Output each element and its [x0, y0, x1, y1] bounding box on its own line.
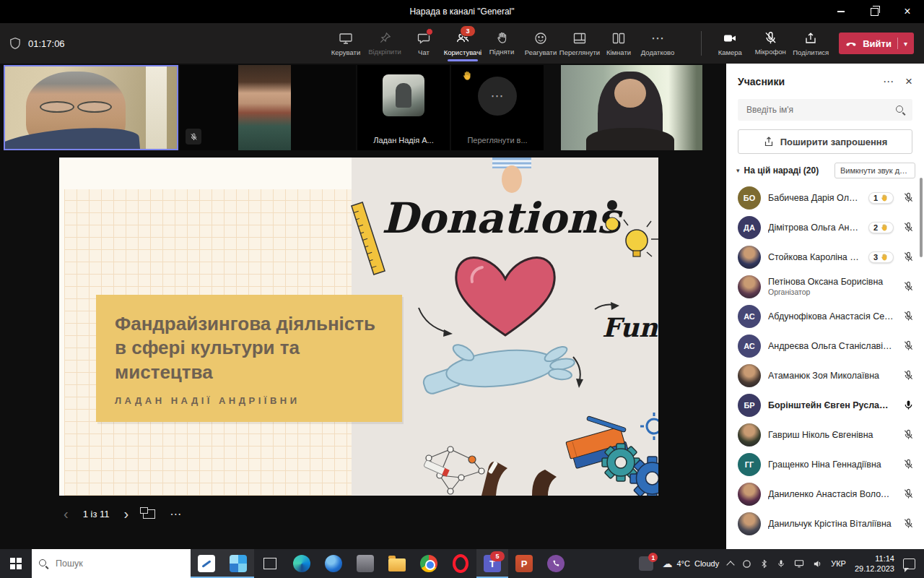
- participant-row[interactable]: БРБорінштейн Євген Руславович: [726, 390, 924, 420]
- mic-muted-icon[interactable]: [901, 518, 915, 529]
- tray-bluetooth-icon[interactable]: [756, 549, 772, 578]
- screen-icon: [339, 31, 353, 46]
- taskbar-search-input[interactable]: [54, 558, 183, 569]
- participant-row[interactable]: Данильчук Крістіна Віталіївна: [726, 509, 924, 538]
- chat-button[interactable]: Чат: [404, 23, 443, 64]
- chrome-app-icon[interactable]: [413, 549, 445, 578]
- participant-row[interactable]: Петінова Оксана БорисівнаОрганізатор: [726, 272, 924, 301]
- chevron-up-icon: [727, 561, 735, 569]
- edge-app-icon[interactable]: [286, 549, 318, 578]
- mic-muted-icon[interactable]: [901, 340, 915, 351]
- participant-search[interactable]: [738, 99, 912, 121]
- raise-hand-button[interactable]: Підняти: [482, 23, 521, 64]
- leave-button[interactable]: Вийти ▾: [839, 33, 914, 54]
- viber-app-icon[interactable]: [540, 549, 572, 578]
- restore-button[interactable]: [858, 0, 891, 23]
- tray-mic-icon[interactable]: [772, 549, 790, 578]
- panel-scrollbar[interactable]: [920, 178, 923, 257]
- tray-onedrive-icon[interactable]: [738, 549, 756, 578]
- search-input[interactable]: [745, 104, 896, 116]
- participant-avatar: [738, 483, 761, 506]
- panel-more-icon[interactable]: ⋯: [883, 75, 894, 88]
- react-button[interactable]: Реагувати: [521, 23, 560, 64]
- view-button[interactable]: Переглянути: [560, 23, 599, 64]
- language-indicator[interactable]: УКР: [827, 549, 850, 578]
- opera-app-icon[interactable]: [445, 549, 476, 578]
- mic-muted-icon[interactable]: [901, 222, 915, 233]
- action-center-button[interactable]: [899, 549, 924, 578]
- photos-app-icon[interactable]: [222, 549, 254, 578]
- tray-display-icon[interactable]: [790, 549, 808, 578]
- participant-avatar: ДА: [738, 216, 761, 239]
- minimize-button[interactable]: [824, 0, 858, 23]
- start-button[interactable]: [0, 549, 32, 578]
- slide-more-icon[interactable]: ⋯: [170, 507, 182, 521]
- camera-button[interactable]: Камера: [710, 23, 749, 64]
- participant-row[interactable]: Стойкова Кароліна Мик...3: [726, 242, 924, 272]
- participant-avatar: БР: [738, 394, 761, 417]
- clock-widget[interactable]: 11:14 29.12.2023: [850, 549, 899, 578]
- next-slide-button[interactable]: ›: [123, 506, 128, 521]
- previous-slide-button[interactable]: ‹: [64, 506, 69, 521]
- mic-muted-icon[interactable]: [901, 459, 915, 470]
- participant-row[interactable]: АСАбдунофікова Анастасія Сергіїв...: [726, 301, 924, 331]
- mute-all-button[interactable]: Вимкнути звук для ...: [834, 163, 915, 178]
- rooms-button[interactable]: Кімнати: [599, 23, 638, 64]
- video-tile-avatar[interactable]: Ладан Надія А...: [357, 65, 450, 150]
- mic-muted-icon[interactable]: [901, 281, 915, 292]
- view-more-label: Переглянути в...: [456, 136, 539, 144]
- participant-name: Петінова Оксана Борисівна: [768, 277, 894, 287]
- participant-row[interactable]: ДАДімітрова Ольга Анатол...2: [726, 212, 924, 242]
- powerpoint-app-icon[interactable]: P: [508, 549, 540, 578]
- react-label: Реагувати: [525, 48, 557, 56]
- participant-row[interactable]: АСАндреєва Ольга Станіславівна: [726, 331, 924, 361]
- section-chevron-icon[interactable]: ▾: [736, 167, 740, 174]
- teams-app-icon[interactable]: T 5: [476, 549, 508, 578]
- phone-hangup-icon: [845, 38, 857, 49]
- video-tile-active-speaker[interactable]: [4, 65, 178, 150]
- panel-close-icon[interactable]: ×: [905, 74, 912, 89]
- slide-grid-icon[interactable]: [143, 509, 155, 519]
- mic-muted-icon[interactable]: [901, 311, 915, 322]
- tools-app-icon[interactable]: [349, 549, 381, 578]
- participant-row[interactable]: БОБабичева Дарія Олекса...1: [726, 183, 924, 212]
- video-tile-overflow[interactable]: ⋯ Переглянути в...: [451, 65, 544, 150]
- video-tile-portrait[interactable]: [180, 65, 356, 150]
- participant-name: Гавриш Ніколь Євгенівна: [768, 430, 894, 440]
- mic-on-icon[interactable]: [901, 400, 915, 410]
- people-button[interactable]: 3 Користувачі: [443, 23, 482, 64]
- whiteboard-app-icon[interactable]: [191, 549, 222, 578]
- participant-row[interactable]: ГГГращенко Ніна Геннадіївна: [726, 449, 924, 479]
- mic-muted-icon[interactable]: [901, 192, 915, 203]
- hidden-icons-button[interactable]: [723, 549, 738, 578]
- mic-muted-icon[interactable]: [901, 251, 915, 262]
- tray-volume-icon[interactable]: [808, 549, 827, 578]
- more-participants-icon: ⋯: [478, 77, 517, 116]
- share-button[interactable]: Поділитися: [791, 23, 830, 64]
- tray-app-with-badge[interactable]: 1: [635, 549, 658, 578]
- file-explorer-icon[interactable]: [381, 549, 413, 578]
- video-tile-participant[interactable]: [561, 65, 702, 150]
- more-button[interactable]: ⋯ Додатково: [638, 23, 677, 64]
- task-view-button[interactable]: [254, 549, 286, 578]
- leave-chevron-icon[interactable]: ▾: [904, 40, 907, 48]
- share-screen-icon: [803, 31, 818, 46]
- leave-separator: [897, 38, 898, 49]
- manage-button[interactable]: Керувати: [326, 23, 365, 64]
- browser-app-icon[interactable]: [318, 549, 349, 578]
- mic-muted-icon[interactable]: [901, 370, 915, 381]
- participant-row[interactable]: Гавриш Ніколь Євгенівна: [726, 420, 924, 449]
- meeting-stage: Ладан Надія А... ⋯ Переглянути в...: [0, 64, 726, 549]
- participant-row[interactable]: Даниленко Анастасія Володим...: [726, 479, 924, 509]
- weather-widget[interactable]: ☁ 4°C Cloudy: [658, 549, 723, 578]
- in-meeting-section[interactable]: ▾ На цій нараді (20) Вимкнути звук для .…: [726, 154, 924, 183]
- mic-muted-icon[interactable]: [901, 429, 915, 440]
- unpin-button[interactable]: Відкріпити: [365, 23, 404, 64]
- close-button[interactable]: ×: [891, 0, 924, 23]
- mic-muted-icon[interactable]: [901, 488, 915, 499]
- chat-unread-dot: [426, 28, 433, 35]
- participant-row[interactable]: Атаманюк Зоя Миколаївна: [726, 361, 924, 390]
- microphone-button[interactable]: Мікрофон: [751, 23, 790, 64]
- share-invite-button[interactable]: Поширити запрошення: [738, 129, 912, 154]
- taskbar-search[interactable]: [32, 549, 191, 578]
